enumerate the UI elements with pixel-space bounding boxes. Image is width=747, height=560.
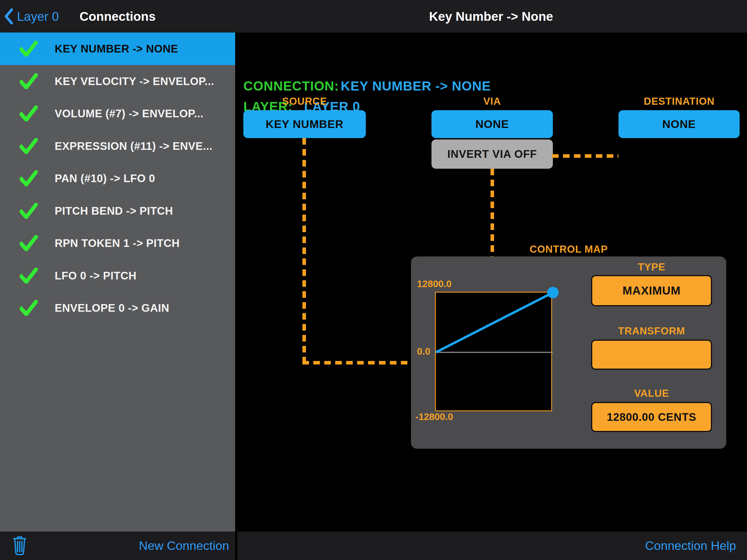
- new-connection-button[interactable]: New Connection: [139, 532, 229, 560]
- value-field-label: VALUE: [611, 388, 693, 399]
- checkmark-icon: [20, 41, 38, 57]
- checkmark-icon: [20, 105, 38, 121]
- list-toolbar: New Connection: [0, 532, 235, 560]
- y-axis-tick-max: 12800.0: [417, 278, 452, 289]
- connection-list-item[interactable]: PAN (#10) -> LFO 0: [0, 162, 235, 195]
- via-to-destination-connector-line: [552, 154, 618, 158]
- connection-list-item[interactable]: LFO 0 -> PITCH: [0, 259, 235, 292]
- source-connector-line-horizontal: [302, 361, 411, 364]
- connection-list-item-label: KEY NUMBER -> NONE: [55, 43, 178, 55]
- connection-help-button[interactable]: Connection Help: [645, 532, 736, 560]
- checkmark-icon: [20, 73, 38, 89]
- checkmark-icon: [20, 268, 38, 284]
- mapping-line: [436, 292, 553, 353]
- type-selector-button[interactable]: MAXIMUM: [591, 275, 712, 306]
- connection-field-label: CONNECTION:: [243, 78, 339, 94]
- connection-detail-pane: CONNECTION: KEY NUMBER -> NONE LAYER: LA…: [235, 32, 747, 532]
- connection-list-item-label: VOLUME (#7) -> ENVELOP...: [55, 107, 203, 120]
- connection-list-item-label: PAN (#10) -> LFO 0: [55, 172, 155, 184]
- connection-list-item[interactable]: KEY VELOCITY -> ENVELOP...: [0, 65, 235, 98]
- control-map-section-label: CONTROL MAP: [525, 244, 613, 255]
- checkmark-icon: [20, 203, 38, 219]
- connection-list-item[interactable]: EXPRESSION (#11) -> ENVE...: [0, 130, 235, 162]
- y-axis-tick-zero: 0.0: [417, 346, 430, 357]
- mapping-endpoint-handle[interactable]: [547, 287, 559, 298]
- checkmark-icon: [20, 235, 38, 251]
- checkmark-icon: [20, 170, 38, 186]
- via-connector-line-vertical: [491, 169, 494, 256]
- connection-list-item[interactable]: VOLUME (#7) -> ENVELOP...: [0, 97, 235, 130]
- list-pane-title: Connections: [0, 0, 235, 32]
- delete-connection-button[interactable]: [12, 535, 27, 556]
- transform-selector-button[interactable]: [591, 339, 712, 370]
- connection-list-item[interactable]: ENVELOPE 0 -> GAIN: [0, 292, 235, 324]
- control-map-panel: 12800.0 0.0 -12800.0 TYPE MAXIMUM TRANSF…: [411, 256, 726, 449]
- connection-list-item[interactable]: RPN TOKEN 1 -> PITCH: [0, 227, 235, 259]
- connection-list-item-label: KEY VELOCITY -> ENVELOP...: [55, 75, 214, 87]
- checkmark-icon: [20, 138, 38, 154]
- destination-section-label: DESTINATION: [636, 96, 723, 107]
- via-selector-button[interactable]: NONE: [432, 110, 553, 138]
- invert-via-toggle-button[interactable]: INVERT VIA OFF: [432, 139, 553, 169]
- value-button[interactable]: 12800.00 CENTS: [591, 402, 712, 432]
- connections-list: KEY NUMBER -> NONE KEY VELOCITY -> ENVEL…: [0, 32, 235, 532]
- destination-selector-button[interactable]: NONE: [618, 110, 740, 138]
- connection-field-value: KEY NUMBER -> NONE: [341, 78, 491, 94]
- top-navigation-bar: Layer 0 Connections Key Number -> None: [0, 0, 747, 32]
- control-map-graph[interactable]: [435, 292, 552, 411]
- trash-icon: [12, 552, 27, 557]
- checkmark-icon: [20, 300, 38, 316]
- connection-list-item[interactable]: PITCH BEND -> PITCH: [0, 195, 235, 227]
- y-axis-tick-min: -12800.0: [415, 411, 453, 422]
- connection-list-item-label: ENVELOPE 0 -> GAIN: [55, 302, 169, 314]
- detail-toolbar: Connection Help: [237, 532, 747, 560]
- connection-list-item[interactable]: KEY NUMBER -> NONE: [0, 32, 235, 65]
- connection-list-item-label: PITCH BEND -> PITCH: [55, 205, 173, 217]
- type-field-label: TYPE: [611, 261, 693, 273]
- source-section-label: SOURCE: [261, 96, 349, 107]
- connection-list-item-label: LFO 0 -> PITCH: [55, 269, 136, 282]
- source-selector-button[interactable]: KEY NUMBER: [243, 110, 366, 138]
- connection-list-item-label: RPN TOKEN 1 -> PITCH: [55, 237, 180, 249]
- transform-field-label: TRANSFORM: [611, 325, 693, 337]
- via-section-label: VIA: [448, 96, 536, 107]
- connection-list-item-label: EXPRESSION (#11) -> ENVE...: [55, 140, 212, 152]
- source-connector-line-vertical: [302, 138, 306, 364]
- detail-pane-title: Key Number -> None: [235, 0, 747, 32]
